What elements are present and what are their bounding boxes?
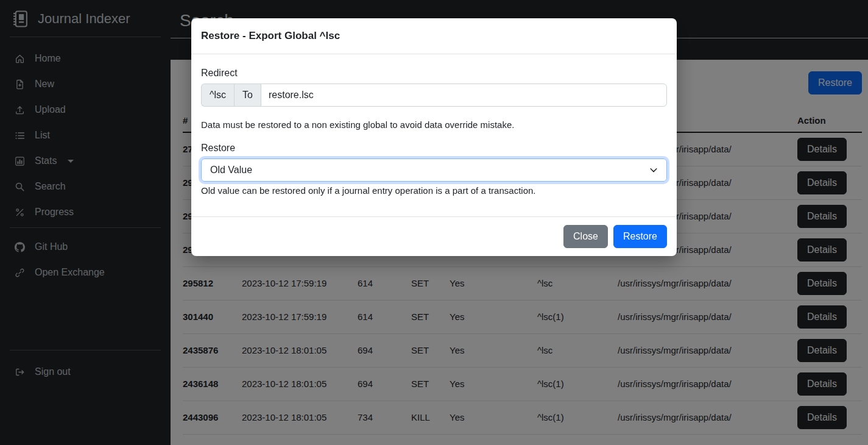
modal-title: Restore - Export Global ^lsc [201, 29, 667, 43]
restore-mode-selected-value: Old Value [210, 165, 252, 176]
modal-restore-button[interactable]: Restore [613, 225, 667, 248]
modal-body: Redirect ^lsc To Data must be restored t… [191, 54, 677, 205]
restore-modal: Restore - Export Global ^lsc Redirect ^l… [191, 18, 677, 256]
restore-warning-text: Data must be restored to a non existing … [201, 119, 667, 130]
redirect-input-group: ^lsc To [201, 84, 667, 107]
modal-header: Restore - Export Global ^lsc [191, 18, 677, 54]
redirect-label: Redirect [201, 68, 667, 79]
restore-mode-label: Restore [201, 143, 667, 154]
chevron-down-icon [649, 166, 658, 174]
redirect-from-addon: ^lsc [201, 84, 234, 107]
close-button[interactable]: Close [563, 225, 608, 248]
redirect-target-input[interactable] [261, 84, 667, 107]
modal-footer: Close Restore [191, 216, 677, 256]
redirect-to-addon: To [234, 84, 261, 107]
restore-help-text: Old value can be restored only if a jour… [201, 185, 667, 196]
restore-mode-select[interactable]: Old Value [201, 158, 667, 182]
